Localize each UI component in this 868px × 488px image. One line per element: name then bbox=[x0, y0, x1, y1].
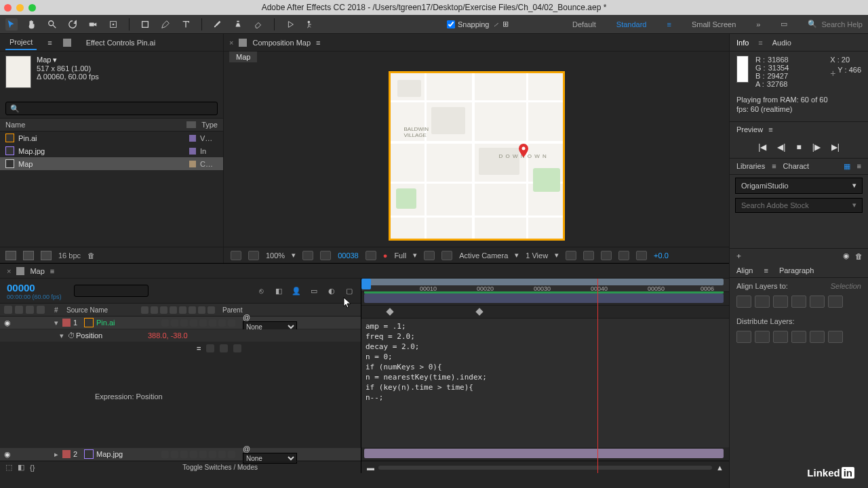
expr-language-icon[interactable] bbox=[233, 344, 241, 352]
eye-icon[interactable]: ◉ bbox=[4, 319, 14, 327]
channel-icon[interactable]: ● bbox=[383, 251, 388, 260]
tab-info[interactable]: Info bbox=[736, 39, 749, 47]
stop-icon[interactable]: ■ bbox=[796, 142, 801, 152]
lib-sync-icon[interactable]: ◉ bbox=[843, 251, 850, 260]
cti-head-icon[interactable] bbox=[361, 279, 371, 289]
library-select[interactable]: OrigamiStudio▾ bbox=[735, 178, 863, 194]
timeline-search-input[interactable] bbox=[74, 285, 149, 297]
zoom-out-icon[interactable]: ▬ bbox=[367, 464, 374, 472]
stopwatch-icon[interactable]: ⏱ bbox=[68, 331, 76, 340]
tab-libraries[interactable]: Libraries bbox=[736, 162, 765, 170]
close-timeline-icon[interactable]: × bbox=[7, 267, 11, 275]
shy-icon[interactable]: 👤 bbox=[292, 286, 301, 296]
workspace-standard[interactable]: Standard bbox=[616, 20, 647, 28]
col-solo-icon[interactable] bbox=[26, 306, 34, 314]
zoom-tool-icon[interactable] bbox=[46, 18, 58, 30]
tab-project-menu-icon[interactable]: ≡ bbox=[47, 39, 52, 47]
dist-top-icon[interactable] bbox=[736, 331, 751, 343]
twirl-icon[interactable]: ▸ bbox=[54, 450, 62, 459]
project-item[interactable]: Pin.ai V… bbox=[0, 131, 223, 144]
dist-vcenter-icon[interactable] bbox=[755, 331, 770, 343]
workspace-reset-icon[interactable]: ▭ bbox=[781, 20, 787, 28]
property-row-position[interactable]: ▾ ⏱ Position 388.0, -38.0 bbox=[0, 329, 361, 342]
close-comp-icon[interactable]: × bbox=[229, 39, 233, 47]
preview-menu-icon[interactable]: ≡ bbox=[768, 125, 772, 134]
new-comp-icon[interactable] bbox=[41, 251, 52, 260]
dist-hcenter-icon[interactable] bbox=[810, 331, 825, 343]
workspace-small[interactable]: Small Screen bbox=[692, 20, 736, 28]
snap-opt2-icon[interactable]: ⊞ bbox=[502, 20, 509, 28]
work-area-bar[interactable] bbox=[364, 279, 724, 285]
snap-opt1-icon[interactable]: ⟋ bbox=[492, 20, 500, 28]
clone-tool-icon[interactable] bbox=[232, 18, 244, 30]
resolution-select[interactable]: Full bbox=[394, 251, 406, 260]
pickwhip-icon[interactable]: @ bbox=[243, 313, 250, 321]
twirl-icon[interactable]: ▾ bbox=[60, 331, 68, 340]
rectangle-tool-icon[interactable] bbox=[139, 18, 151, 30]
snapping-checkbox[interactable] bbox=[447, 20, 455, 28]
graph-editor-icon[interactable]: ▢ bbox=[344, 286, 354, 296]
align-bottom-icon[interactable] bbox=[828, 296, 843, 308]
tab-character[interactable]: Charact bbox=[783, 162, 810, 170]
col-audio-icon[interactable] bbox=[15, 306, 23, 314]
current-frame[interactable]: 00038 bbox=[338, 251, 359, 260]
zoom-slider[interactable] bbox=[378, 466, 712, 470]
camera-tool-icon[interactable] bbox=[87, 18, 99, 30]
col-label-icon[interactable] bbox=[186, 121, 196, 128]
last-frame-icon[interactable]: ▶| bbox=[831, 142, 840, 152]
expression-editor[interactable]: amp = .1; freq = 2.0; decay = 2.0; n = 0… bbox=[361, 318, 729, 447]
col-parent[interactable]: Parent bbox=[222, 306, 263, 314]
align-menu-icon[interactable]: ≡ bbox=[764, 266, 768, 274]
3d-icon[interactable] bbox=[583, 251, 594, 260]
library-search-input[interactable]: Search Adobe Stock▾ bbox=[735, 198, 863, 213]
workspace-default[interactable]: Default bbox=[572, 20, 596, 28]
search-help-input[interactable]: Search Help bbox=[821, 20, 863, 28]
first-frame-icon[interactable]: |◀ bbox=[758, 142, 766, 152]
tab-effect-controls[interactable]: Effect Controls Pin.ai bbox=[82, 36, 160, 49]
tab-preview[interactable]: Preview bbox=[736, 125, 763, 134]
twirl-icon[interactable]: ▾ bbox=[54, 319, 62, 327]
playhead-line[interactable] bbox=[597, 279, 598, 473]
tab-audio[interactable]: Audio bbox=[772, 39, 791, 47]
cam-dropdown-icon[interactable]: ▾ bbox=[515, 251, 519, 260]
reset-exposure-icon[interactable] bbox=[636, 251, 647, 260]
eraser-tool-icon[interactable] bbox=[252, 18, 264, 30]
composition-viewer[interactable]: BALDWIN VILLAGE D O W N O W N bbox=[224, 65, 729, 247]
puppet-tool-icon[interactable] bbox=[304, 18, 317, 30]
current-timecode[interactable]: 00000 bbox=[7, 282, 62, 293]
keyframe-icon[interactable] bbox=[386, 308, 393, 315]
col-lock-icon[interactable] bbox=[37, 306, 45, 314]
snapshot-icon[interactable] bbox=[366, 251, 376, 260]
toggle-switch-icon[interactable]: ◧ bbox=[18, 463, 24, 472]
info-menu-icon[interactable]: ≡ bbox=[758, 39, 762, 47]
position-value[interactable]: 388.0, -38.0 bbox=[148, 331, 188, 340]
project-item[interactable]: Map C… bbox=[0, 157, 223, 170]
pan-behind-tool-icon[interactable] bbox=[107, 18, 119, 30]
motion-blur-icon[interactable]: ◐ bbox=[327, 286, 336, 296]
col-type[interactable]: Type bbox=[201, 121, 218, 129]
toggle-mask-icon[interactable] bbox=[248, 251, 259, 260]
interpret-footage-icon[interactable] bbox=[5, 251, 16, 260]
grid-icon[interactable] bbox=[302, 251, 313, 260]
align-left-icon[interactable] bbox=[736, 296, 751, 308]
camera-select[interactable]: Active Camera bbox=[459, 251, 508, 260]
dist-left-icon[interactable] bbox=[791, 331, 806, 343]
res-dropdown-icon[interactable]: ▾ bbox=[413, 251, 417, 260]
render-icon[interactable] bbox=[601, 251, 612, 260]
zoom-dropdown-icon[interactable]: ▾ bbox=[292, 251, 296, 260]
layer-color-swatch[interactable] bbox=[62, 319, 71, 327]
view-dropdown-icon[interactable]: ▾ bbox=[555, 251, 559, 260]
toggle-alpha-icon[interactable] bbox=[231, 251, 241, 260]
align-hcenter-icon[interactable] bbox=[755, 296, 770, 308]
lib-grid-icon[interactable]: ▦ bbox=[844, 162, 850, 171]
draft3d-icon[interactable]: ◧ bbox=[274, 286, 283, 296]
zoom-in-icon[interactable]: ▲ bbox=[716, 464, 724, 472]
comp-tab-label[interactable]: Composition Map bbox=[252, 39, 311, 47]
dist-bottom-icon[interactable] bbox=[773, 331, 788, 343]
comp-mini-flowchart-icon[interactable]: ⎋ bbox=[256, 286, 266, 296]
view-select[interactable]: 1 View bbox=[526, 251, 548, 260]
keyframe-icon[interactable] bbox=[475, 308, 483, 315]
col-number[interactable]: # bbox=[54, 306, 66, 314]
roto-tool-icon[interactable] bbox=[284, 18, 296, 30]
pen-tool-icon[interactable] bbox=[159, 18, 172, 30]
